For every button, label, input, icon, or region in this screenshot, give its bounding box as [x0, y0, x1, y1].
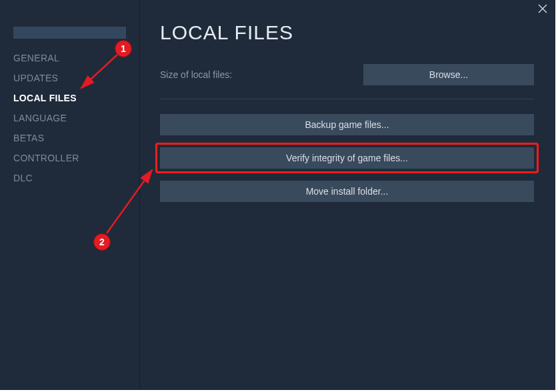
svg-line-2 — [81, 55, 117, 88]
annotation-arrows — [0, 0, 555, 390]
properties-window: GENERAL UPDATES LOCAL FILES LANGUAGE BET… — [0, 0, 555, 390]
svg-line-3 — [107, 170, 152, 233]
